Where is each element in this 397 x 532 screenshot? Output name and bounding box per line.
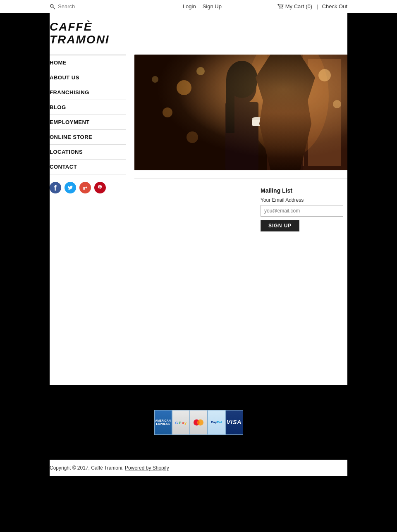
search-input[interactable]: [58, 3, 127, 10]
svg-point-3: [282, 8, 282, 9]
google-plus-icon[interactable]: g+: [79, 182, 91, 193]
svg-line-1: [53, 7, 55, 9]
hero-area: Mailing List Your Email Address SIGN UP: [126, 50, 347, 244]
logo-area: CAFFÈ TRAMONI: [50, 13, 347, 50]
sidebar-link-online-store[interactable]: ONLINE STORE: [50, 130, 126, 144]
svg-point-19: [163, 107, 172, 117]
svg-rect-8: [308, 59, 341, 166]
section-divider: [134, 179, 347, 179]
facebook-icon[interactable]: [50, 182, 61, 193]
svg-point-12: [227, 71, 256, 104]
social-icons: g+: [50, 174, 126, 198]
mastercard-icon: [192, 418, 205, 427]
logo-line1: CAFFÈ: [50, 21, 347, 33]
svg-rect-15: [226, 79, 234, 133]
svg-point-22: [187, 131, 198, 143]
sidebar-link-franchising[interactable]: FRANCHISING: [50, 85, 126, 100]
visa-label: VISA: [227, 419, 242, 425]
amex-label: AMERICANEXPRESS: [155, 419, 171, 425]
payment-icons-area: AMERICANEXPRESS G P a y PayPal: [0, 410, 397, 435]
logo-line2: TRAMONI: [50, 33, 347, 46]
sidebar-link-contact[interactable]: CONTACT: [50, 160, 126, 174]
svg-point-11: [246, 55, 329, 158]
cart-area: My Cart (0) | Check Out: [277, 3, 347, 10]
svg-rect-7: [271, 59, 304, 166]
cart-count: (0): [306, 3, 312, 10]
sidebar-item-blog[interactable]: BLOG: [50, 100, 126, 115]
powered-by-link[interactable]: Powered by Shopify: [125, 465, 169, 471]
search-icon-wrap: [50, 4, 55, 10]
hero-image: [134, 55, 347, 170]
svg-text:P: P: [179, 421, 182, 425]
content-row: HOME ABOUT US FRANCHISING BLOG EMPLOYMEN…: [50, 50, 347, 244]
sidebar-link-employment[interactable]: EMPLOYMENT: [50, 115, 126, 129]
svg-point-0: [50, 4, 53, 7]
svg-text:y: y: [184, 421, 187, 425]
sidebar-item-contact[interactable]: CONTACT: [50, 160, 126, 174]
svg-rect-13: [225, 102, 258, 170]
svg-text:G: G: [175, 421, 178, 425]
gplus-label: g+: [83, 186, 88, 190]
gpay-icon: G P a y: [175, 418, 187, 427]
twitter-icon[interactable]: [65, 182, 76, 193]
svg-rect-10: [275, 55, 277, 170]
svg-rect-16: [252, 119, 263, 126]
main-wrapper: CAFFÈ TRAMONI HOME ABOUT US FRANCHISING …: [50, 13, 347, 385]
search-icon: [50, 4, 55, 10]
paypal-label: PayPal: [211, 421, 222, 425]
svg-point-21: [152, 76, 158, 83]
sidebar-item-employment[interactable]: EMPLOYMENT: [50, 115, 126, 130]
sidebar-link-about[interactable]: ABOUT US: [50, 70, 126, 85]
cart-link[interactable]: My Cart (0): [277, 3, 312, 10]
mailing-list-box: Mailing List Your Email Address SIGN UP: [261, 187, 343, 231]
svg-point-17: [252, 117, 262, 120]
sidebar-item-franchising[interactable]: FRANCHISING: [50, 85, 126, 100]
email-input[interactable]: [261, 205, 343, 217]
sidebar-item-about[interactable]: ABOUT US: [50, 70, 126, 85]
svg-rect-9: [300, 55, 303, 170]
paypal-card: PayPal: [208, 410, 225, 435]
cart-icon: [277, 4, 284, 10]
hero-svg: [134, 55, 347, 170]
sidebar-item-online-store[interactable]: ONLINE STORE: [50, 130, 126, 145]
copyright-text: Copyright © 2017, Caffè Tramoni.: [50, 465, 124, 471]
gpay-card: G P a y: [172, 410, 190, 435]
svg-point-23: [318, 69, 331, 81]
svg-point-24: [333, 100, 341, 108]
sidebar-link-locations[interactable]: LOCATIONS: [50, 145, 126, 159]
checkout-link[interactable]: Check Out: [322, 3, 347, 10]
sidebar: HOME ABOUT US FRANCHISING BLOG EMPLOYMEN…: [50, 50, 126, 244]
svg-rect-6: [267, 55, 347, 170]
auth-links: Login Sign Up: [183, 3, 222, 10]
svg-point-18: [177, 80, 191, 95]
mailing-list-label: Your Email Address: [261, 197, 343, 203]
sidebar-link-blog[interactable]: BLOG: [50, 100, 126, 115]
black-section: AMERICANEXPRESS G P a y PayPal: [0, 410, 397, 435]
sidebar-link-home[interactable]: HOME: [50, 55, 126, 70]
svg-rect-4: [134, 55, 347, 170]
svg-rect-5: [134, 55, 347, 170]
svg-point-14: [226, 61, 258, 98]
login-link[interactable]: Login: [183, 3, 196, 10]
mastercard-card: [190, 410, 208, 435]
mailing-list-title: Mailing List: [261, 187, 343, 194]
footer-inner: Mailing List Your Email Address SIGN UP: [134, 187, 347, 240]
top-bar: Login Sign Up My Cart (0) | Check Out: [0, 0, 397, 13]
visa-card: VISA: [225, 410, 243, 435]
sidebar-nav: HOME ABOUT US FRANCHISING BLOG EMPLOYMEN…: [50, 55, 126, 174]
svg-point-20: [196, 67, 205, 75]
cart-label: My Cart: [285, 3, 304, 10]
bottom-footer: Copyright © 2017, Caffè Tramoni. Powered…: [50, 460, 347, 476]
svg-point-2: [280, 8, 280, 9]
pinterest-icon[interactable]: [94, 182, 106, 193]
svg-text:a: a: [182, 421, 184, 425]
cart-divider: |: [316, 3, 318, 10]
sidebar-item-home[interactable]: HOME: [50, 55, 126, 70]
sidebar-item-locations[interactable]: LOCATIONS: [50, 145, 126, 160]
signup-link[interactable]: Sign Up: [203, 3, 222, 10]
search-area: [50, 3, 127, 10]
logo: CAFFÈ TRAMONI: [50, 21, 347, 46]
signup-button[interactable]: SIGN UP: [261, 220, 299, 231]
amex-card: AMERICANEXPRESS: [154, 410, 172, 435]
payment-icons-wrap: AMERICANEXPRESS G P a y PayPal: [154, 410, 243, 435]
